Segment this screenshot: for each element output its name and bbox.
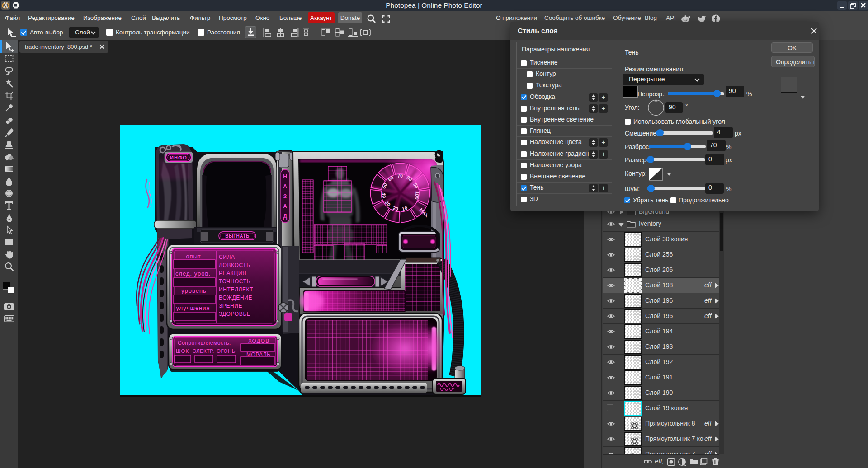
svg-text:ШОК: ШОК [176, 348, 189, 354]
svg-text:улучшения: улучшения [176, 304, 210, 311]
svg-text:ХОДОВ: ХОДОВ [248, 338, 269, 344]
svg-text:Н: Н [283, 173, 287, 180]
svg-text:Сопротивляемость:: Сопротивляемость: [178, 340, 231, 346]
svg-text:след. уров.: след. уров. [175, 270, 211, 277]
svg-text:ЗРЕНИЕ: ЗРЕНИЕ [219, 303, 242, 309]
svg-text:ЭЛЕКТР.: ЭЛЕКТР. [193, 348, 214, 354]
svg-text:ВОЖДЕНИЕ: ВОЖДЕНИЕ [219, 295, 252, 301]
svg-text:ЛОВКОСТЬ: ЛОВКОСТЬ [219, 262, 250, 268]
svg-text:Д: Д [283, 213, 287, 220]
svg-text:опыт: опыт [186, 253, 201, 260]
svg-text:ЗДОРОВЬЕ: ЗДОРОВЬЕ [219, 311, 250, 317]
svg-text:ИНФО: ИНФО [170, 155, 187, 160]
svg-text:уровень: уровень [181, 287, 207, 294]
svg-text:РЕАКЦИЯ: РЕАКЦИЯ [219, 270, 246, 276]
svg-text:ВЫГНАТЬ: ВЫГНАТЬ [225, 234, 249, 239]
svg-text:70: 70 [397, 173, 403, 178]
svg-text:ОГОНЬ: ОГОНЬ [217, 348, 236, 354]
svg-text:А: А [283, 183, 287, 190]
svg-text:З: З [283, 193, 287, 200]
svg-text:ТОЧНОСТЬ: ТОЧНОСТЬ [219, 278, 250, 285]
svg-text:40: 40 [381, 192, 387, 198]
svg-text:ИНТЕЛЛЕКТ: ИНТЕЛЛЕКТ [219, 286, 253, 293]
svg-text:А: А [283, 203, 287, 210]
svg-text:СИЛА: СИЛА [219, 254, 235, 260]
